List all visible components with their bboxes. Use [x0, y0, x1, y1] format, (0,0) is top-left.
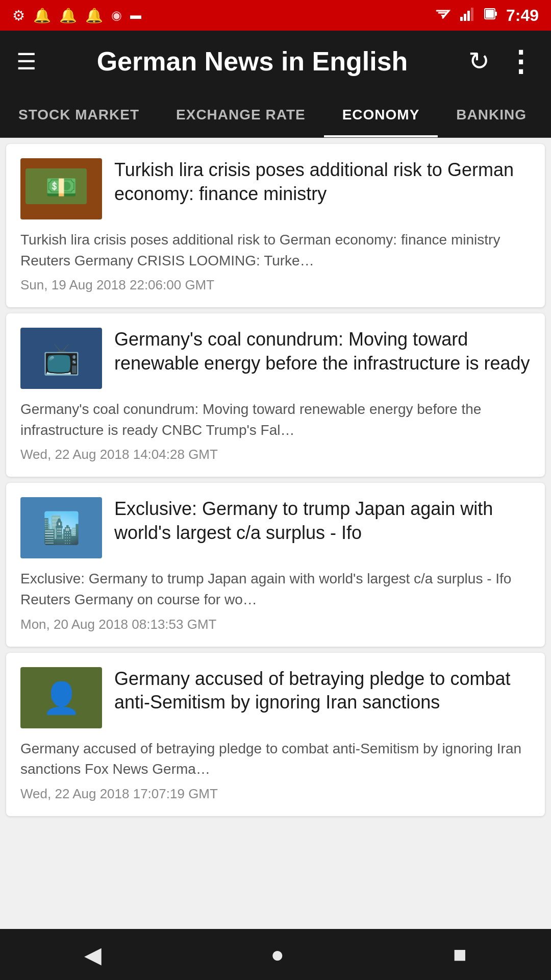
notification1-icon: 🔔 [33, 7, 51, 24]
tab-bar: STOCK MARKET EXCHANGE RATE ECONOMY BANKI… [0, 92, 551, 138]
wifi-icon [434, 7, 452, 24]
svg-rect-1 [464, 14, 466, 21]
news-card-4[interactable]: Germany accused of betraying pledge to c… [6, 653, 545, 816]
dot-icon: ◉ [111, 8, 122, 22]
news-card-top-2: Germany's coal conundrum: Moving toward … [20, 328, 531, 389]
battery-icon [484, 7, 498, 24]
home-button[interactable]: ● [270, 942, 284, 967]
news-headline-3: Exclusive: Germany to trump Japan again … [114, 497, 531, 558]
news-summary-4: Germany accused of betraying pledge to c… [20, 739, 531, 780]
news-thumbnail-1 [20, 158, 102, 219]
news-date-3: Mon, 20 Aug 2018 08:13:53 GMT [20, 617, 216, 632]
status-bar: ⚙ 🔔 🔔 🔔 ◉ ▬ [0, 0, 551, 31]
news-summary-1: Turkish lira crisis poses additional ris… [20, 230, 531, 271]
news-card-top-1: Turkish lira crisis poses additional ris… [20, 158, 531, 219]
svg-rect-5 [495, 12, 497, 16]
status-right-icons: 7:49 [434, 6, 539, 25]
news-summary-2: Germany's coal conundrum: Moving toward … [20, 399, 531, 440]
notification3-icon: 🔔 [85, 7, 103, 24]
news-headline-2: Germany's coal conundrum: Moving toward … [114, 328, 531, 389]
status-left-icons: ⚙ 🔔 🔔 🔔 ◉ ▬ [12, 7, 141, 24]
tab-stock-market[interactable]: STOCK MARKET [0, 92, 158, 137]
tab-banking[interactable]: BANKING [438, 92, 545, 137]
svg-rect-0 [460, 17, 463, 21]
bottom-nav: ◀ ● ■ [0, 929, 551, 980]
tab-exchange-rate[interactable]: EXCHANGE RATE [158, 92, 324, 137]
notification2-icon: 🔔 [59, 7, 77, 24]
app-bar: ☰ German News in English ↻ ⋮ [0, 31, 551, 92]
status-time: 7:49 [506, 6, 539, 25]
news-headline-1: Turkish lira crisis poses additional ris… [114, 158, 531, 219]
news-thumbnail-4 [20, 667, 102, 728]
news-card-2[interactable]: Germany's coal conundrum: Moving toward … [6, 313, 545, 477]
news-headline-4: Germany accused of betraying pledge to c… [114, 667, 531, 728]
back-button[interactable]: ◀ [84, 942, 102, 968]
svg-rect-3 [471, 8, 473, 21]
news-card-top-3: Exclusive: Germany to trump Japan again … [20, 497, 531, 558]
news-summary-3: Exclusive: Germany to trump Japan again … [20, 569, 531, 610]
news-thumbnail-3 [20, 497, 102, 558]
news-list: Turkish lira crisis poses additional ris… [0, 138, 551, 822]
recent-apps-button[interactable]: ■ [453, 942, 467, 967]
tab-economy[interactable]: ECONOMY [324, 92, 438, 137]
menu-button[interactable]: ☰ [16, 48, 36, 75]
news-card-3[interactable]: Exclusive: Germany to trump Japan again … [6, 483, 545, 646]
app-title: German News in English [53, 46, 452, 77]
storage-icon: ▬ [130, 9, 141, 22]
news-card-1[interactable]: Turkish lira crisis poses additional ris… [6, 144, 545, 307]
settings-icon: ⚙ [12, 7, 25, 24]
news-date-4: Wed, 22 Aug 2018 17:07:19 GMT [20, 786, 218, 801]
more-options-button[interactable]: ⋮ [506, 45, 535, 78]
signal-icon [460, 7, 475, 24]
svg-rect-2 [467, 11, 470, 21]
refresh-button[interactable]: ↻ [468, 46, 490, 76]
svg-rect-6 [486, 10, 494, 18]
news-date-2: Wed, 22 Aug 2018 14:04:28 GMT [20, 447, 218, 462]
news-card-top-4: Germany accused of betraying pledge to c… [20, 667, 531, 728]
news-date-1: Sun, 19 Aug 2018 22:06:00 GMT [20, 277, 214, 292]
news-thumbnail-2 [20, 328, 102, 389]
